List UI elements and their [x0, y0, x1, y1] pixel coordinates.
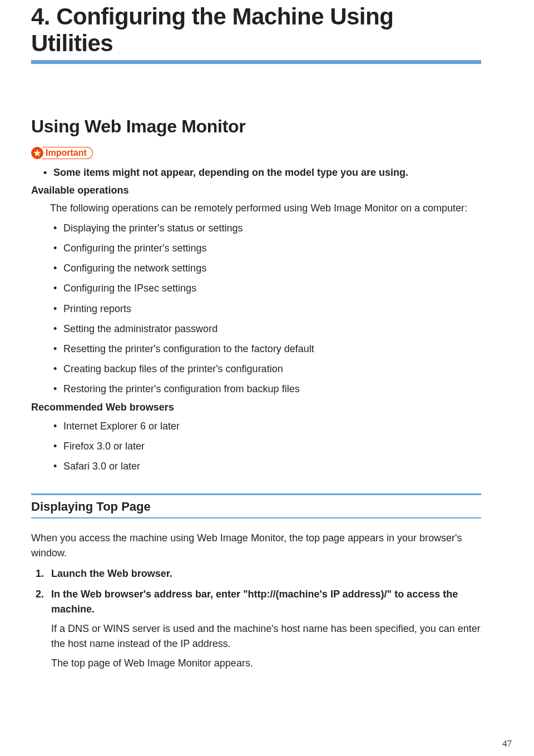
subsection-rule-bottom: [31, 517, 481, 518]
subsection-rule-top: [31, 493, 481, 495]
section-heading: Using Web Image Monitor: [31, 116, 481, 137]
list-item: Safari 3.0 or later: [63, 459, 481, 473]
list-item: Configuring the IPsec settings: [63, 281, 481, 295]
list-item: Configuring the printer's settings: [63, 241, 481, 255]
list-item: Restoring the printer's configuration fr…: [63, 382, 481, 396]
list-item: Printing reports: [63, 302, 481, 316]
svg-marker-0: [34, 149, 41, 156]
steps-list: Launch the Web browser. In the Web brows…: [31, 566, 481, 671]
subsection-heading: Displaying Top Page: [31, 498, 481, 515]
list-item: Configuring the network settings: [63, 261, 481, 275]
step-item: Launch the Web browser.: [51, 566, 481, 581]
list-item: Setting the administrator password: [63, 322, 481, 336]
important-label-wrap: Important: [42, 147, 93, 159]
step-body-text: If a DNS or WINS server is used and the …: [51, 621, 481, 651]
list-item: Creating backup files of the printer's c…: [63, 362, 481, 376]
page-number: 47: [502, 738, 512, 749]
important-note-item: Some items might not appear, depending o…: [53, 166, 481, 179]
chapter-title: 4. Configuring the Machine Using Utiliti…: [31, 0, 481, 57]
important-label: Important: [46, 147, 87, 159]
page-content: 4 4. Configuring the Machine Using Utili…: [0, 0, 534, 671]
star-icon: [31, 147, 43, 159]
browsers-list: Internet Explorer 6 or later Firefox 3.0…: [31, 419, 481, 473]
def-intro: The following operations can be remotely…: [50, 201, 481, 215]
important-note-list: Some items might not appear, depending o…: [31, 166, 481, 179]
def-term-available-ops: Available operations: [31, 185, 481, 196]
step-body-text: The top page of Web Image Monitor appear…: [51, 656, 481, 671]
list-item: Firefox 3.0 or later: [63, 439, 481, 453]
subsection-intro: When you access the machine using Web Im…: [31, 531, 481, 561]
list-item: Resetting the printer's configuration to…: [63, 342, 481, 356]
def-term-browsers: Recommended Web browsers: [31, 402, 481, 413]
list-item: Internet Explorer 6 or later: [63, 419, 481, 433]
chapter-rule: [31, 60, 481, 64]
step-item: In the Web browser's address bar, enter …: [51, 587, 481, 671]
step-head: Launch the Web browser.: [51, 566, 481, 581]
available-ops-list: Displaying the printer's status or setti…: [31, 221, 481, 396]
important-badge: Important: [31, 147, 93, 159]
step-head: In the Web browser's address bar, enter …: [51, 587, 481, 617]
list-item: Displaying the printer's status or setti…: [63, 221, 481, 235]
